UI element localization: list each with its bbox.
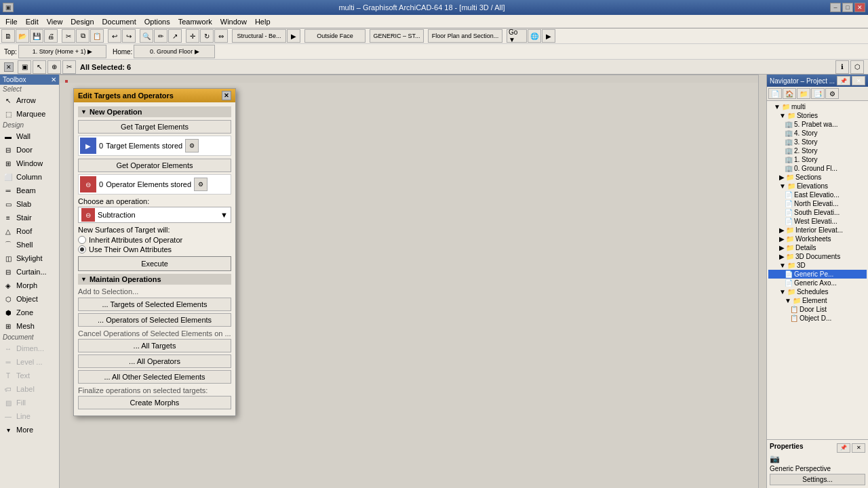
tool-window[interactable]: ⊞ Window xyxy=(0,157,59,170)
nav-btn-1[interactable]: 📄 xyxy=(768,88,782,99)
nav-south[interactable]: 📄 South Elevati... xyxy=(768,208,867,217)
nav-stories[interactable]: ▼ 📁 Stories xyxy=(768,111,867,120)
nav-story-5[interactable]: 🏢 5. Prabet wa... xyxy=(768,120,867,129)
tool-stair[interactable]: ≡ Stair xyxy=(0,211,59,224)
window-controls[interactable]: – □ ✕ xyxy=(830,3,865,12)
cut-btn[interactable]: ✂ xyxy=(62,29,75,43)
tool-door[interactable]: ⊟ Door xyxy=(0,143,59,157)
sel-icon3[interactable]: ⊕ xyxy=(47,60,61,74)
nav-close-btn[interactable]: ✕ xyxy=(852,76,865,85)
nav-story-3[interactable]: 🏢 3. Story xyxy=(768,138,867,146)
pointer-btn[interactable]: ↗ xyxy=(168,29,182,43)
tool-more[interactable]: ▾ More xyxy=(0,423,59,436)
go-btn[interactable]: Go ▼ xyxy=(507,29,527,43)
nav-east[interactable]: 📄 East Elevatio... xyxy=(768,190,867,199)
pencil-btn[interactable]: ✏ xyxy=(154,29,167,43)
maximize-btn[interactable]: □ xyxy=(842,3,853,12)
nav-generic-pe[interactable]: 📄 Generic Pe... xyxy=(768,270,867,279)
props-close-btn[interactable]: ✕ xyxy=(852,443,865,453)
menu-design[interactable]: Design xyxy=(66,17,98,26)
nav-north[interactable]: 📄 North Elevati... xyxy=(768,199,867,208)
nav-btn-5[interactable]: ⚙ xyxy=(825,88,839,99)
scroll-h[interactable] xyxy=(60,75,758,83)
open-btn[interactable]: 📂 xyxy=(16,29,29,43)
tool-text[interactable]: T Text xyxy=(0,369,59,382)
settings-btn[interactable]: Settings... xyxy=(770,474,865,485)
tool-mesh[interactable]: ⊞ Mesh xyxy=(0,319,59,333)
nav-interior-elev[interactable]: ▶ 📁 Interior Elevat... xyxy=(768,226,867,235)
nav-sections[interactable]: ▶ 📁 Sections xyxy=(768,173,867,182)
rotate-btn[interactable]: ↻ xyxy=(200,29,214,43)
all-operators-btn[interactable]: ... All Operators xyxy=(78,354,231,368)
nav-objectd[interactable]: 📋 Object D... xyxy=(768,314,867,323)
nav-btn-4[interactable]: 📑 xyxy=(811,88,825,99)
nav-generic-axo[interactable]: 📄 Generic Axo... xyxy=(768,279,867,287)
menu-options[interactable]: Options xyxy=(140,17,174,26)
tool-roof[interactable]: △ Roof xyxy=(0,224,59,238)
radio-inherit-circle[interactable] xyxy=(78,236,86,244)
tool-skylight[interactable]: ◫ Skylight xyxy=(0,251,59,265)
save-btn[interactable]: 💾 xyxy=(30,29,43,43)
dialog-close-btn[interactable]: ✕ xyxy=(222,91,231,100)
menu-help[interactable]: Help xyxy=(251,17,275,26)
tool-morph[interactable]: ◈ Morph xyxy=(0,279,59,292)
props-pin-btn[interactable]: 📌 xyxy=(837,443,850,453)
nav-story-1[interactable]: 🏢 1. Story xyxy=(768,155,867,164)
paste-btn[interactable]: 📋 xyxy=(90,29,104,43)
tool-beam[interactable]: ═ Beam xyxy=(0,184,59,197)
undo-btn[interactable]: ↩ xyxy=(108,29,121,43)
tool-wall[interactable]: ▬ Wall xyxy=(0,129,59,143)
tool-marquee[interactable]: ⬚ Marquee xyxy=(0,107,59,121)
operators-selected-btn[interactable]: ... Operators of Selected Elements xyxy=(78,313,231,327)
outside-face-btn[interactable]: Outside Face xyxy=(304,29,366,43)
nav-schedules[interactable]: ▼ 📁 Schedules xyxy=(768,287,867,296)
nav-story-4[interactable]: 🏢 4. Story xyxy=(768,129,867,138)
tool-object[interactable]: ⬡ Object xyxy=(0,292,59,306)
nav-element[interactable]: ▼ 📁 Element xyxy=(768,296,867,305)
operator-settings-btn[interactable]: ⚙ xyxy=(194,178,208,191)
move-btn[interactable]: ✛ xyxy=(186,29,199,43)
tool-label[interactable]: 🏷 Label xyxy=(0,382,59,396)
nav-pin-btn[interactable]: 📌 xyxy=(837,76,850,85)
menu-window[interactable]: Window xyxy=(216,17,251,26)
solid-ops-btn[interactable]: ⬡ xyxy=(850,60,864,74)
nav-details[interactable]: ▶ 📁 Details xyxy=(768,243,867,252)
nav-elevations[interactable]: ▼ 📁 Elevations xyxy=(768,182,867,190)
nav-3ddocs[interactable]: ▶ 📁 3D Documents xyxy=(768,252,867,261)
tool-level[interactable]: ═ Level ... xyxy=(0,355,59,369)
zoom-btn[interactable]: 🔍 xyxy=(140,29,153,43)
tool-dimen[interactable]: ↔ Dimen... xyxy=(0,342,59,355)
map-btn[interactable]: 🌐 xyxy=(528,29,541,43)
mirror-btn[interactable]: ⇔ xyxy=(214,29,228,43)
generic-st-btn[interactable]: GENERIC – ST... xyxy=(370,29,424,43)
tool-slab[interactable]: ▭ Slab xyxy=(0,197,59,211)
execute-btn[interactable]: Execute xyxy=(78,256,231,271)
target-settings-btn[interactable]: ⚙ xyxy=(185,139,199,152)
dialog-title-bar[interactable]: Edit Targets and Operators ✕ xyxy=(74,89,235,102)
targets-selected-btn[interactable]: ... Targets of Selected Elements xyxy=(78,298,231,311)
menu-edit[interactable]: Edit xyxy=(22,17,43,26)
home-story-btn[interactable]: 0. Ground Floor ▶ xyxy=(134,45,215,58)
toolbox-close[interactable]: ✕ xyxy=(51,76,56,83)
print-btn[interactable]: 🖨 xyxy=(44,29,58,43)
top-story-btn[interactable]: 1. Story (Home + 1) ▶ xyxy=(18,45,106,58)
tool-zone[interactable]: ⬢ Zone xyxy=(0,306,59,319)
nav-multi[interactable]: ▼ 📁 multi xyxy=(768,102,867,111)
nav-3d[interactable]: ▼ 📁 3D xyxy=(768,261,867,270)
get-operator-btn[interactable]: Get Operator Elements xyxy=(78,159,231,172)
redo-btn[interactable]: ↪ xyxy=(122,29,136,43)
scroll-v[interactable] xyxy=(758,75,766,488)
radio-own-circle[interactable] xyxy=(78,245,86,253)
tool-shell[interactable]: ⌒ Shell xyxy=(0,238,59,251)
menu-file[interactable]: File xyxy=(1,17,22,26)
nav-story-2[interactable]: 🏢 2. Story xyxy=(768,146,867,155)
structural-btn[interactable]: Structural - Be... xyxy=(232,29,286,43)
close-btn[interactable]: ✕ xyxy=(854,3,865,12)
new-btn[interactable]: 🗎 xyxy=(1,29,15,43)
run-btn[interactable]: ▶ xyxy=(542,29,555,43)
get-target-btn[interactable]: Get Target Elements xyxy=(78,120,231,134)
element-info-btn[interactable]: ℹ xyxy=(835,60,849,74)
menu-document[interactable]: Document xyxy=(98,17,140,26)
tool-line[interactable]: — Line xyxy=(0,409,59,423)
tool-column[interactable]: ⬜ Column xyxy=(0,170,59,184)
